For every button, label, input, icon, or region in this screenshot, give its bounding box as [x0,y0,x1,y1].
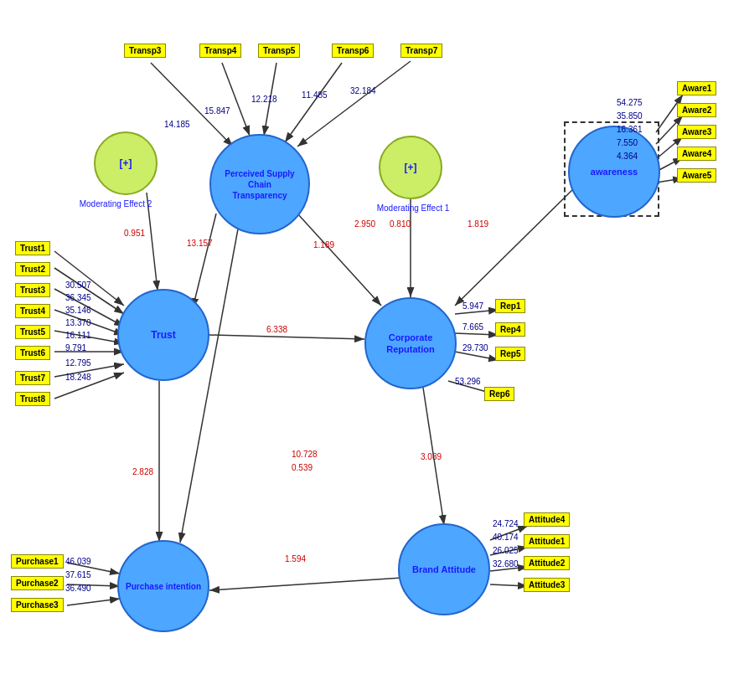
moderating-effect-1-label: Moderating Effect 1 [373,203,453,213]
rep4-box: Rep4 [495,322,525,337]
purchase1-box: Purchase1 [11,554,64,569]
val-53296: 53.296 [455,377,481,386]
val-11485: 11.485 [302,90,328,100]
val-2950: 2.950 [354,219,375,229]
attitude4-box: Attitude4 [524,512,570,527]
aware1-box: Aware1 [677,81,716,95]
attitude1-box: Attitude1 [524,534,570,548]
rep6-box: Rep6 [484,387,514,401]
val-3089: 3.089 [421,452,442,461]
val-30507: 30.507 [65,281,91,290]
attitude3-box: Attitude3 [524,578,570,592]
val-35146: 35.146 [65,306,91,315]
transp5-box: Transp5 [258,44,300,58]
rep5-box: Rep5 [495,347,525,361]
svg-line-23 [455,352,499,360]
corporate-rep-node: CorporateReputation [364,297,457,389]
val-7550: 7.550 [617,138,638,147]
val-37615: 37.615 [65,570,91,579]
val-35850: 35.850 [617,111,643,121]
awareness-node: awareness [568,126,660,218]
val-2828: 2.828 [132,467,153,476]
trust2-box: Trust2 [15,262,50,276]
aware2-box: Aware2 [677,103,716,117]
svg-line-5 [285,63,342,142]
svg-line-28 [209,578,402,590]
transp4-box: Transp4 [199,44,241,58]
val-13157: 13.157 [187,239,213,248]
val-16111: 16.111 [65,331,91,340]
val-12795: 12.795 [65,358,91,368]
val-46039: 46.039 [65,557,91,566]
val-1189: 1.189 [313,240,334,250]
trust5-box: Trust5 [15,325,50,339]
val-0951: 0.951 [124,229,145,238]
trust7-box: Trust7 [15,371,50,385]
val-0810: 0.810 [390,219,411,229]
val-26025: 26.025 [493,546,519,555]
purchase3-box: Purchase3 [11,598,64,612]
moderating-effect-2-label: Moderating Effect 2 [74,199,158,208]
svg-line-16 [193,214,216,308]
purchase2-box: Purchase2 [11,576,64,590]
val-6338: 6.338 [266,325,287,334]
trust3-box: Trust3 [15,283,50,297]
val-40174: 40.174 [493,533,519,542]
val-7665: 7.665 [462,322,483,332]
perceived-sct-node: Perceived SupplyChainTransparency [209,134,310,234]
val-29730: 29.730 [462,343,488,353]
transp6-box: Transp6 [332,44,374,58]
val-36345: 36.345 [65,293,91,302]
moderating-effect-1-node: [+] [379,136,442,199]
aware4-box: Aware4 [677,147,716,161]
trust6-box: Trust6 [15,346,50,360]
val-9791: 9.791 [65,343,86,353]
moderating-effect-2-node: [+] [94,131,158,195]
svg-line-3 [222,63,250,136]
svg-line-22 [455,333,499,335]
val-1819: 1.819 [468,219,488,229]
aware5-box: Aware5 [677,168,716,183]
trust-node: Trust [117,289,209,381]
trust1-box: Trust1 [15,241,50,255]
val-0539: 0.539 [292,463,313,472]
val-5947: 5.947 [462,301,483,311]
val-1594: 1.594 [285,554,306,564]
val-36490: 36.490 [65,584,91,593]
val-18248: 18.248 [65,373,91,382]
val-32184: 32.184 [350,86,376,95]
val-15847: 15.847 [204,106,230,116]
val-10728: 10.728 [292,450,318,459]
svg-line-31 [67,599,120,605]
val-4364: 4.364 [617,152,638,161]
rep1-box: Rep1 [495,299,525,313]
svg-line-35 [490,584,528,586]
val-32680: 32.680 [493,559,519,569]
val-16361: 16.361 [617,125,643,134]
val-24724: 24.724 [493,519,519,528]
svg-line-27 [180,224,239,543]
svg-line-20 [455,184,578,306]
svg-line-2 [151,63,233,147]
brand-attitude-node: Brand Attitude [398,523,490,615]
val-54275: 54.275 [617,98,643,107]
transp3-box: Transp3 [124,44,166,58]
svg-line-17 [209,335,364,339]
val-13370: 13.370 [65,318,91,327]
val-14185: 14.185 [164,120,190,129]
val-12218: 12.218 [251,95,277,104]
trust8-box: Trust8 [15,392,50,406]
transp7-box: Transp7 [400,44,442,58]
attitude2-box: Attitude2 [524,556,570,570]
aware3-box: Aware3 [677,125,716,139]
svg-line-6 [297,61,411,147]
purchase-intention-node: Purchase intention [117,540,209,632]
trust4-box: Trust4 [15,304,50,318]
